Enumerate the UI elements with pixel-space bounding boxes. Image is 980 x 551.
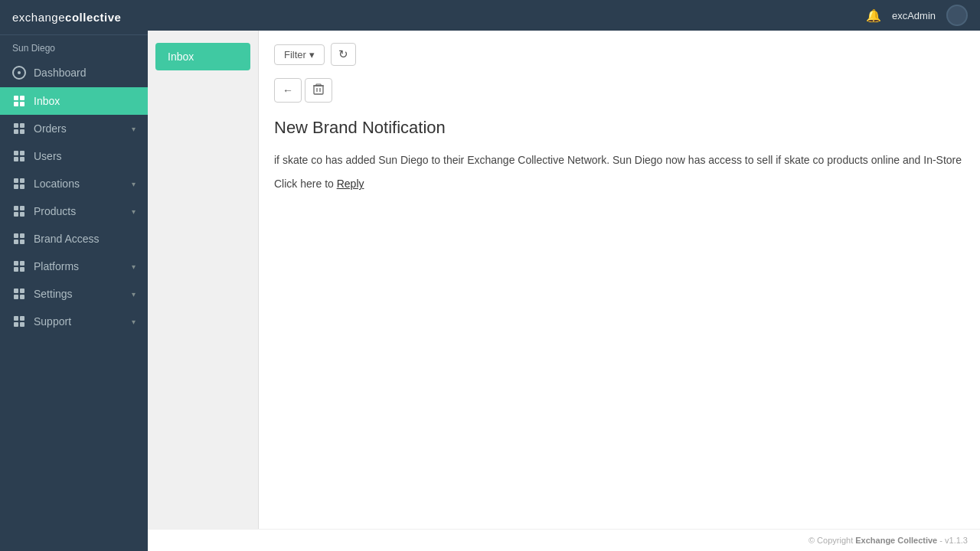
sidebar-item-label: Settings bbox=[34, 288, 73, 300]
sidebar-item-locations[interactable]: Locations ▾ bbox=[0, 170, 148, 197]
page-footer: © Copyright Exchange Collective - v1.1.3 bbox=[148, 529, 980, 551]
settings-icon bbox=[12, 289, 26, 299]
footer-prefix: © Copyright bbox=[808, 536, 855, 545]
sidebar-item-label: Brand Access bbox=[34, 233, 100, 245]
sidebar-item-support[interactable]: Support ▾ bbox=[0, 308, 148, 335]
chevron-down-icon: ▾ bbox=[132, 318, 136, 326]
filter-button[interactable]: Filter ▾ bbox=[274, 44, 325, 65]
sidebar-item-label: Inbox bbox=[34, 95, 60, 107]
sidebar: exchangecollective Sun Diego Dashboard I… bbox=[0, 0, 148, 551]
sidebar-item-label: Platforms bbox=[34, 260, 79, 272]
refresh-button[interactable]: ↻ bbox=[331, 43, 356, 66]
dashboard-icon bbox=[12, 66, 26, 80]
delete-icon bbox=[313, 83, 324, 97]
locations-icon bbox=[12, 178, 26, 189]
message-body: if skate co has added Sun Diego to their… bbox=[274, 152, 965, 168]
svg-rect-0 bbox=[314, 86, 323, 94]
logo-area: exchangecollective bbox=[0, 0, 148, 35]
sidebar-item-label: Support bbox=[34, 315, 71, 328]
filter-label: Filter bbox=[284, 49, 306, 60]
products-icon bbox=[12, 206, 26, 217]
message-toolbar: Filter ▾ ↻ bbox=[274, 43, 965, 66]
message-reply-line: Click here to Reply bbox=[274, 178, 965, 190]
footer-brand: Exchange Collective bbox=[855, 536, 937, 545]
message-area: Filter ▾ ↻ ← bbox=[259, 31, 980, 529]
sidebar-item-label: Products bbox=[34, 205, 76, 217]
brand-access-icon bbox=[12, 233, 26, 244]
org-name: Sun Diego bbox=[0, 35, 148, 58]
inbox-icon bbox=[12, 96, 26, 106]
footer-version: - v1.1.3 bbox=[937, 536, 968, 545]
sidebar-item-products[interactable]: Products ▾ bbox=[0, 197, 148, 225]
inbox-side-panel: Inbox bbox=[148, 31, 259, 529]
users-icon bbox=[12, 151, 26, 161]
sidebar-item-dashboard[interactable]: Dashboard bbox=[0, 58, 148, 87]
chevron-down-icon: ▾ bbox=[132, 262, 136, 271]
sidebar-item-brand-access[interactable]: Brand Access bbox=[0, 225, 148, 253]
avatar[interactable] bbox=[946, 5, 968, 26]
username-label[interactable]: excAdmin bbox=[892, 10, 936, 21]
filter-chevron-icon: ▾ bbox=[309, 49, 315, 60]
orders-icon bbox=[12, 123, 26, 134]
message-actions: ← bbox=[274, 78, 965, 103]
refresh-icon: ↻ bbox=[338, 47, 348, 60]
logo-part2: collective bbox=[65, 11, 121, 24]
sidebar-item-label: Dashboard bbox=[34, 67, 87, 79]
reply-link[interactable]: Reply bbox=[337, 178, 364, 190]
content-wrapper: Inbox Filter ▾ ↻ ← bbox=[148, 31, 980, 529]
sidebar-item-platforms[interactable]: Platforms ▾ bbox=[0, 253, 148, 280]
platforms-icon bbox=[12, 261, 26, 272]
inbox-panel-button[interactable]: Inbox bbox=[155, 43, 250, 70]
bell-icon[interactable]: 🔔 bbox=[866, 8, 881, 23]
chevron-down-icon: ▾ bbox=[132, 290, 136, 298]
reply-prefix: Click here to bbox=[274, 178, 337, 190]
main-area: 🔔 excAdmin Inbox Filter ▾ ↻ bbox=[148, 0, 980, 551]
logo-part1: exchange bbox=[12, 11, 65, 24]
delete-button[interactable] bbox=[305, 78, 332, 103]
chevron-down-icon: ▾ bbox=[132, 180, 136, 188]
support-icon bbox=[12, 316, 26, 327]
sidebar-item-inbox[interactable]: Inbox bbox=[0, 87, 148, 115]
app-logo: exchangecollective bbox=[12, 11, 136, 24]
sidebar-item-users[interactable]: Users bbox=[0, 142, 148, 170]
sidebar-item-label: Locations bbox=[34, 178, 80, 190]
back-button[interactable]: ← bbox=[274, 78, 302, 103]
chevron-down-icon: ▾ bbox=[132, 207, 136, 216]
sidebar-item-label: Orders bbox=[34, 122, 67, 135]
sidebar-item-label: Users bbox=[34, 150, 62, 162]
message-title: New Brand Notification bbox=[274, 118, 965, 138]
topbar: 🔔 excAdmin bbox=[148, 0, 980, 31]
svg-rect-4 bbox=[316, 84, 321, 86]
back-icon: ← bbox=[283, 84, 293, 96]
sidebar-item-orders[interactable]: Orders ▾ bbox=[0, 115, 148, 142]
chevron-down-icon: ▾ bbox=[132, 125, 136, 133]
sidebar-item-settings[interactable]: Settings ▾ bbox=[0, 280, 148, 308]
